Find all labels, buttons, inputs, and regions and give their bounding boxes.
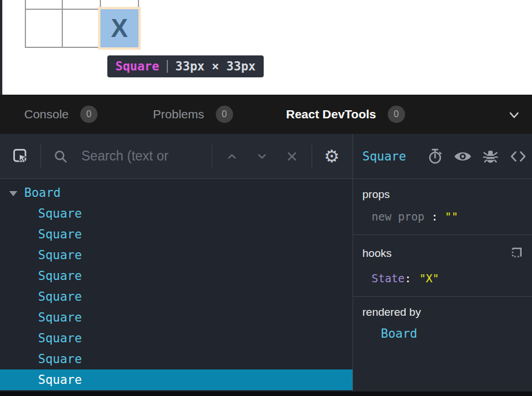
tree-node-label: Square [38,373,82,387]
tab-react-devtools[interactable]: React DevTools 0 [286,106,405,123]
hooks-header: hooks [362,247,392,260]
component-tree: Board Square Square Square Square Square… [0,179,353,391]
components-tree-pane: ⚙ Board Square Square Square Square Squa… [0,134,353,391]
hooks-section: hooks State : "X" [353,235,532,297]
devtools-window: X Square 33px × 33px Console 0 Problems … [0,0,532,396]
view-source-icon[interactable] [509,147,527,166]
parse-hook-names-icon[interactable] [507,244,525,263]
inspector-pane: Square [353,134,532,391]
hook-value-input[interactable]: "X" [419,272,439,285]
tree-node-square[interactable]: Square [0,307,353,328]
tab-problems-badge: 0 [216,106,233,123]
board-cell[interactable] [63,10,101,48]
tab-react-devtools-badge: 0 [388,106,405,123]
previous-match-icon[interactable] [222,146,242,167]
props-section: props new prop : "" [353,179,532,235]
tooltip-dimensions: 33px × 33px [175,59,256,73]
expand-triangle-icon[interactable] [9,191,17,196]
settings-gear-icon[interactable]: ⚙ [321,146,342,167]
rendered-by-owner-link[interactable]: Board [362,327,525,341]
tooltip-component-name: Square [115,59,159,73]
suspend-timer-icon[interactable] [426,147,444,166]
tree-node-square[interactable]: Square [0,286,353,307]
tab-console-label: Console [24,107,69,121]
new-prop-value-input[interactable]: "" [445,210,458,223]
inspector-header: Square [353,134,532,179]
board-cell[interactable] [63,0,101,10]
cell-mark: X [111,14,128,43]
divider [212,144,212,169]
inspect-element-icon[interactable] [10,146,31,167]
log-bug-icon[interactable] [481,147,500,166]
inspect-dom-eye-icon[interactable] [454,147,472,166]
tree-node-label: Square [38,248,82,262]
inspect-tooltip: Square 33px × 33px [107,55,264,77]
next-match-icon[interactable] [252,146,272,167]
tree-node-board[interactable]: Board [0,182,353,203]
tictactoe-board: X [25,0,139,48]
tab-problems[interactable]: Problems 0 [153,106,233,123]
rendered-by-section: rendered by Board [353,297,532,352]
tree-node-label: Square [38,331,82,345]
tooltip-separator [167,60,168,73]
board-cell[interactable] [25,0,63,10]
tree-node-label: Square [38,269,82,283]
board-cell[interactable] [25,10,63,48]
new-prop-row: new prop : "" [362,210,525,223]
search-icon [50,146,71,167]
divider [312,144,312,169]
state-hook-row: State : "X" [362,272,525,285]
inspect-highlight-content: X [100,9,138,47]
search-input[interactable] [80,148,203,165]
devtools-tab-bar: Console 0 Problems 0 React DevTools 0 [0,95,532,134]
chevron-down-icon[interactable] [507,107,522,122]
tab-console-badge: 0 [80,106,98,123]
tree-node-square-selected[interactable]: Square [0,369,353,390]
colon: : [432,210,438,223]
tree-node-label: Square [38,352,82,366]
clear-search-icon[interactable] [282,146,302,167]
rendered-by-header: rendered by [362,306,421,319]
tree-node-square[interactable]: Square [0,328,353,349]
window-bottom-edge [0,391,532,396]
colon: : [404,272,411,285]
selected-component-title: Square [362,150,426,163]
board-cell-x[interactable]: X [101,10,139,48]
inspector-actions [426,147,527,166]
tree-node-label: Square [38,290,82,304]
new-prop-input[interactable]: new prop [372,210,425,223]
tree-node-square[interactable]: Square [0,245,353,266]
window-left-edge [0,0,2,95]
tree-toolbar: ⚙ [0,134,353,179]
tree-node-label: Board [24,186,61,200]
tree-node-label: Square [38,311,82,324]
react-devtools-panel: ⚙ Board Square Square Square Square Squa… [0,134,532,391]
tree-node-square[interactable]: Square [0,224,353,245]
props-header: props [362,188,390,201]
tab-react-devtools-label: React DevTools [286,107,376,121]
page-viewport: X Square 33px × 33px [0,0,532,95]
tab-console[interactable]: Console 0 [24,106,98,123]
divider [40,144,41,169]
tree-node-label: Square [38,227,82,241]
tree-node-square[interactable]: Square [0,349,353,369]
tree-node-label: Square [38,207,82,221]
tree-node-square[interactable]: Square [0,203,353,224]
tree-node-square[interactable]: Square [0,266,353,286]
tab-problems-label: Problems [153,107,204,121]
hook-name: State [372,272,404,285]
